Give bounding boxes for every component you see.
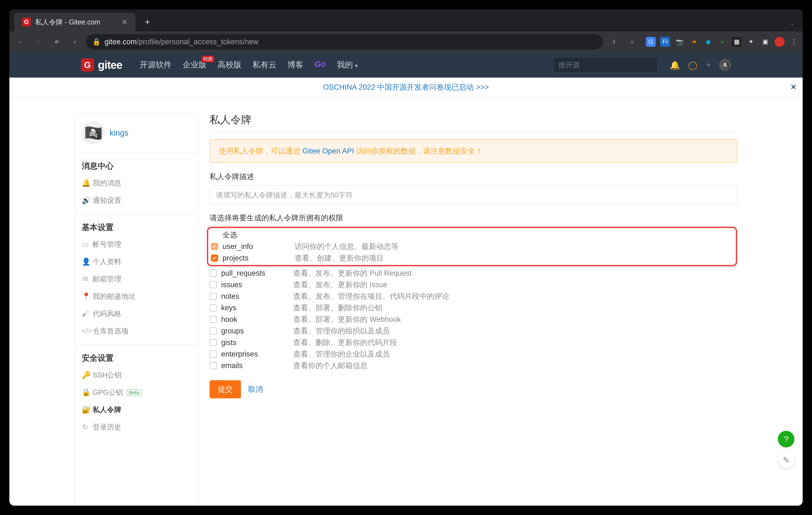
sidebar-item-my-messages[interactable]: 🔔我的消息 [82,174,191,192]
browser-tabbar: G 私人令牌 - Gitee.com ✕ + ⌄ [9,9,803,31]
bell-icon: 🔔 [82,179,89,187]
gitee-logo-icon: G [81,58,94,71]
token-description-input[interactable] [210,185,737,205]
key-icon: 🔑 [82,371,89,379]
main-nav: 开源软件 企业版 特惠 高校版 私有云 博客 Go 我的 ▾ [140,59,357,70]
extension-icon[interactable]: ◉ [703,37,713,47]
banner-link[interactable]: OSCHINA 2022 中国开源开发者问卷现已启动 >>> [323,82,489,92]
nav-blog[interactable]: 博客 [287,59,303,70]
new-tab-button[interactable]: + [140,15,154,29]
home-button[interactable]: ⌂ [68,35,82,49]
back-button[interactable]: ← [13,35,28,49]
checkbox-keys[interactable] [210,304,217,311]
perm-row-issues: issues查看、发布、更新你的 Issue [210,279,737,290]
perm-row-keys: keys查看、部署、删除你的公钥 [210,302,737,314]
nav-go[interactable]: Go [314,59,326,70]
settings-sidebar: 🏴‍☠️ kings 消息中心 🔔我的消息 🔊通知设置 基本设置 ▭帐号管理 👤… [75,113,198,506]
bell-icon[interactable]: 🔔 [670,60,680,70]
checkbox-user-info[interactable] [211,243,218,250]
sidebar-item-notifications[interactable]: 🔊通知设置 [82,192,191,209]
sidebar-item-repo-pref[interactable]: </>仓库首选项 [82,322,191,340]
close-icon[interactable]: ✕ [790,83,796,92]
page-title: 私人令牌 [210,113,737,132]
cancel-button[interactable]: 取消 [248,380,263,398]
nav-private[interactable]: 私有云 [253,59,277,70]
user-avatar[interactable]: 🏴‍☠️ [719,59,731,71]
checkbox-groups[interactable] [210,327,217,335]
sidebar-item-token[interactable]: 🔐私人令牌 [82,401,191,419]
gitee-logo[interactable]: G gitee [81,58,122,71]
site-header: G gitee 开源软件 企业版 特惠 高校版 私有云 博客 Go 我的 ▾ 搜… [9,52,803,78]
extension-icon[interactable]: ● [717,37,727,47]
extension-icons: G FI 📷 ➜ ◉ ● ▦ ✦ ▣ ⋮ [646,37,799,47]
profile-avatar[interactable] [775,37,784,47]
chevron-down-icon[interactable]: ⌄ [790,21,794,26]
perm-row-user-info: user_info 访问你的个人信息、最新动态等 [211,241,733,252]
extension-icon[interactable]: ▦ [732,37,742,47]
forward-button[interactable]: → [31,35,46,49]
url-input[interactable]: 🔒 gitee.com/profile/personal_access_toke… [86,34,603,50]
sidebar-item-account[interactable]: ▭帐号管理 [82,236,191,253]
sidebar-item-address[interactable]: 📍我的邮递地址 [82,288,191,305]
gitee-logo-text: gitee [98,59,122,71]
nav-mine[interactable]: 我的 ▾ [337,59,357,70]
extension-icon[interactable]: ➜ [689,37,699,47]
gitee-favicon: G [22,18,31,26]
sidebar-item-gpg[interactable]: 🔒GPG公钥 Beta [82,384,191,401]
select-all-label[interactable]: 全选 [223,230,290,240]
share-icon[interactable]: ⇧ [607,35,621,49]
brush-icon: 🖌 [82,310,89,318]
nav-enterprise[interactable]: 企业版 特惠 [183,59,207,70]
sound-icon: 🔊 [82,196,89,205]
checkbox-enterprises[interactable] [210,350,217,357]
checkbox-notes[interactable] [210,293,217,300]
checkbox-emails[interactable] [210,362,217,369]
feedback-button[interactable]: ✎ [778,452,794,468]
menu-icon[interactable]: ⋮ [789,37,799,47]
section-security: 安全设置 [82,350,191,364]
perm-row-emails: emails查看你的个人邮箱信息 [210,360,737,371]
checkbox-issues[interactable] [210,281,217,288]
highlight-box: 全选 user_info 访问你的个人信息、最新动态等 projects 查看、… [207,227,737,266]
profile-username[interactable]: kings [110,128,128,138]
history-icon: ↻ [82,423,89,431]
search-input[interactable]: 搜开源 [553,57,658,73]
reload-button[interactable]: ⟳ [50,35,64,49]
sidebar-item-code-style[interactable]: 🖌代码风格 [82,305,191,322]
security-alert: 使用私人令牌，可以通过 Gitee Open API 访问你授权的数据，请注意数… [210,139,737,163]
perm-row-projects: projects 查看、创建、更新你的项目 [211,252,733,264]
nav-opensource[interactable]: 开源软件 [140,59,172,70]
sidebar-item-login-history[interactable]: ↻登录历史 [82,419,191,436]
extension-icon[interactable]: G [646,37,656,47]
browser-addressbar: ← → ⟳ ⌂ 🔒 gitee.com/profile/personal_acc… [9,31,803,52]
nav-education[interactable]: 高校版 [218,59,241,70]
extension-icon[interactable]: 📷 [674,37,685,47]
sidebar-item-ssh[interactable]: 🔑SSH公钥 [82,367,191,384]
main-panel: 私人令牌 使用私人令牌，可以通过 Gitee Open API 访问你授权的数据… [210,113,737,506]
flame-icon[interactable]: ◯ [688,60,698,70]
profile-avatar[interactable]: 🏴‍☠️ [82,121,105,144]
extension-icon[interactable]: FI [660,37,670,47]
extension-icon[interactable]: ▣ [760,37,770,47]
close-icon[interactable]: ✕ [122,18,127,26]
checkbox-hook[interactable] [210,316,217,323]
submit-button[interactable]: 提交 [210,380,241,398]
help-button[interactable]: ? [778,431,794,447]
section-basic: 基本设置 [82,219,191,233]
announcement-banner: OSCHINA 2022 中国开源开发者问卷现已启动 >>> ✕ [9,78,803,97]
sidebar-item-email[interactable]: ✉邮箱管理 [82,270,191,288]
bookmark-icon[interactable]: ☆ [625,35,639,49]
user-icon: 👤 [82,258,89,266]
checkbox-pull_requests[interactable] [210,269,217,277]
extensions-icon[interactable]: ✦ [746,37,756,47]
checkbox-gists[interactable] [210,339,217,346]
sidebar-item-profile[interactable]: 👤个人资料 [82,253,191,270]
perm-row-gists: gists查看、删除、更新你的代码片段 [210,337,737,348]
plus-icon[interactable]: + [706,60,711,69]
promo-badge: 特惠 [202,56,214,62]
permissions-list: 全选 user_info 访问你的个人信息、最新动态等 projects 查看、… [210,227,737,371]
browser-tab[interactable]: G 私人令牌 - Gitee.com ✕ [14,13,135,31]
checkbox-projects[interactable] [211,255,218,262]
perm-label: 请选择将要生成的私人令牌所拥有的权限 [210,213,737,223]
api-link[interactable]: Gitee Open API [302,147,354,155]
